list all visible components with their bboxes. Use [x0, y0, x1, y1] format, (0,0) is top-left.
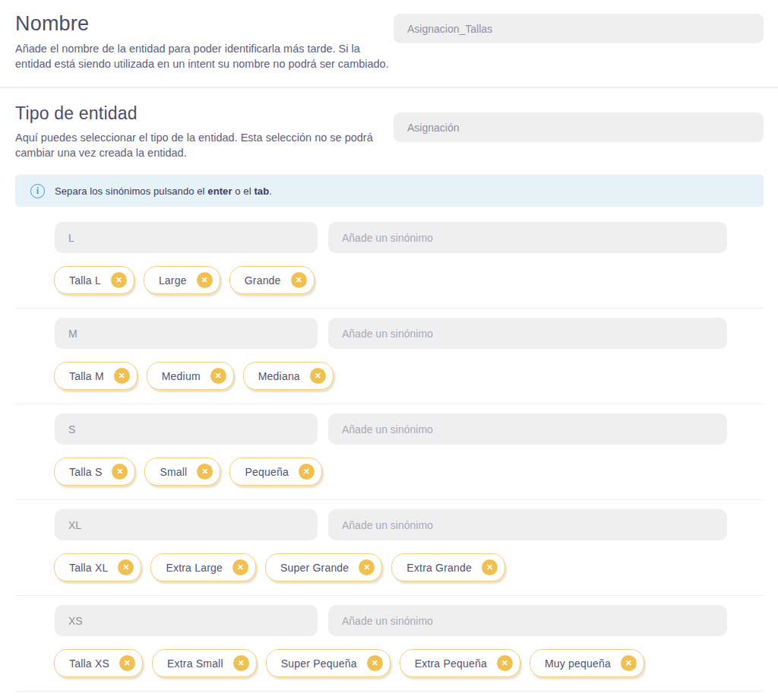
- name-section-description: Añade el nombre de la entidad para poder…: [15, 41, 395, 71]
- synonym-tags: Talla M ✕ Medium ✕ Mediana ✕: [15, 362, 764, 390]
- synonym-tag-label: Talla XL: [69, 562, 108, 574]
- entity-row: Talla S ✕ Small ✕ Pequeña ✕: [15, 404, 764, 500]
- remove-synonym-icon[interactable]: ✕: [112, 464, 128, 480]
- entity-type-input[interactable]: [394, 112, 764, 142]
- synonym-tag-label: Talla M: [69, 370, 104, 382]
- entity-value-input[interactable]: [55, 318, 318, 349]
- remove-synonym-icon[interactable]: ✕: [310, 368, 326, 384]
- info-banner-text: Separa los sinónimos pulsando el enter o…: [55, 185, 272, 197]
- synonym-tag: Small ✕: [144, 458, 220, 486]
- remove-synonym-icon[interactable]: ✕: [114, 368, 130, 384]
- entity-row: Talla M ✕ Medium ✕ Mediana ✕: [15, 309, 764, 404]
- type-section-title: Tipo de entidad: [15, 103, 399, 124]
- row-inputs: [15, 318, 764, 349]
- synonym-tag-label: Super Grande: [280, 562, 349, 574]
- synonym-input[interactable]: [328, 605, 727, 636]
- synonym-tag: Medium ✕: [147, 362, 234, 390]
- synonym-tag: Large ✕: [144, 266, 220, 294]
- entity-value-input[interactable]: [55, 605, 318, 636]
- entity-editor-page: Nombre Añade el nombre de la entidad par…: [0, 0, 778, 700]
- synonym-tag: Super Pequeña ✕: [266, 649, 391, 677]
- synonym-tag-label: Talla L: [69, 274, 101, 287]
- synonym-tag-label: Talla S: [69, 466, 102, 478]
- synonym-tag: Pequeña ✕: [229, 458, 321, 486]
- synonym-tag-label: Large: [159, 274, 187, 287]
- synonym-tag-label: Extra Small: [167, 657, 223, 670]
- remove-synonym-icon[interactable]: ✕: [197, 272, 213, 288]
- remove-synonym-icon[interactable]: ✕: [197, 464, 213, 480]
- info-circle-icon: i: [30, 184, 45, 198]
- synonym-tags: Talla XS ✕ Extra Small ✕ Super Pequeña ✕…: [15, 649, 764, 677]
- name-section: Nombre Añade el nombre de la entidad par…: [0, 0, 778, 78]
- synonym-tag-label: Grande: [245, 274, 281, 287]
- synonym-tag: Talla XL ✕: [54, 553, 141, 581]
- synonym-tag: Talla S ✕: [54, 458, 135, 486]
- synonym-tag-label: Muy pequeña: [545, 657, 611, 670]
- remove-synonym-icon[interactable]: ✕: [210, 368, 226, 384]
- remove-synonym-icon[interactable]: ✕: [482, 559, 498, 575]
- synonym-tag-label: Mediana: [258, 370, 300, 382]
- synonym-tag-label: Extra Pequeña: [415, 657, 487, 670]
- synonym-tags: Talla S ✕ Small ✕ Pequeña ✕: [15, 458, 764, 486]
- synonym-tag-label: Super Pequeña: [281, 657, 357, 670]
- remove-synonym-icon[interactable]: ✕: [497, 655, 513, 671]
- synonym-tag-label: Small: [160, 466, 187, 478]
- synonym-tag: Extra Grande ✕: [391, 553, 505, 581]
- synonym-tag: Extra Large ✕: [150, 553, 256, 581]
- entity-row: Talla XL ✕ Extra Large ✕ Super Grande ✕ …: [15, 500, 764, 596]
- entity-rows: Talla L ✕ Large ✕ Grande ✕ Talla M ✕ Med…: [15, 207, 764, 692]
- synonym-tag-label: Pequeña: [245, 466, 288, 478]
- synonym-tag: Extra Small ✕: [152, 649, 257, 677]
- name-section-title: Nombre: [15, 12, 399, 36]
- synonym-input[interactable]: [328, 318, 727, 349]
- entity-value-input[interactable]: [55, 413, 318, 445]
- synonym-tag-label: Extra Large: [166, 562, 223, 574]
- remove-synonym-icon[interactable]: ✕: [359, 559, 375, 575]
- remove-synonym-icon[interactable]: ✕: [119, 655, 135, 671]
- remove-synonym-icon[interactable]: ✕: [232, 559, 248, 575]
- synonym-tag: Talla L ✕: [54, 266, 134, 294]
- synonym-tag: Super Grande ✕: [265, 553, 382, 581]
- synonym-tag-label: Extra Grande: [406, 562, 472, 574]
- entity-value-input[interactable]: [55, 509, 318, 540]
- synonym-tag: Talla M ✕: [54, 362, 138, 390]
- type-section: Tipo de entidad Aquí puedes seleccionar …: [0, 88, 778, 160]
- entity-row: Talla XS ✕ Extra Small ✕ Super Pequeña ✕…: [15, 596, 764, 692]
- synonym-tags: Talla L ✕ Large ✕ Grande ✕: [15, 266, 764, 294]
- synonym-tags: Talla XL ✕ Extra Large ✕ Super Grande ✕ …: [15, 553, 764, 581]
- synonym-tag-label: Talla XS: [69, 657, 109, 670]
- entity-name-input[interactable]: [394, 14, 764, 43]
- synonym-input[interactable]: [328, 509, 727, 540]
- entity-value-input[interactable]: [55, 222, 318, 253]
- remove-synonym-icon[interactable]: ✕: [118, 559, 134, 575]
- synonym-tag: Mediana ✕: [243, 362, 334, 390]
- synonym-tag: Grande ✕: [229, 266, 315, 294]
- synonym-tag: Muy pequeña ✕: [530, 649, 644, 677]
- entity-row: Talla L ✕ Large ✕ Grande ✕: [15, 207, 764, 309]
- synonyms-info-banner: i Separa los sinónimos pulsando el enter…: [15, 175, 764, 207]
- remove-synonym-icon[interactable]: ✕: [367, 655, 383, 671]
- type-section-info: Tipo de entidad Aquí puedes seleccionar …: [15, 103, 399, 160]
- remove-synonym-icon[interactable]: ✕: [111, 272, 127, 288]
- type-section-description: Aquí puedes seleccionar el tipo de la en…: [15, 130, 395, 160]
- synonym-input[interactable]: [328, 413, 727, 445]
- remove-synonym-icon[interactable]: ✕: [299, 464, 315, 480]
- row-inputs: [15, 222, 764, 253]
- remove-synonym-icon[interactable]: ✕: [621, 655, 637, 671]
- add-row-button[interactable]: + Añade una nueva fila: [0, 692, 778, 700]
- remove-synonym-icon[interactable]: ✕: [233, 655, 249, 671]
- synonym-input[interactable]: [328, 222, 727, 253]
- name-section-info: Nombre Añade el nombre de la entidad par…: [15, 12, 399, 71]
- row-inputs: [15, 509, 764, 540]
- row-inputs: [15, 413, 764, 445]
- row-inputs: [15, 605, 764, 636]
- remove-synonym-icon[interactable]: ✕: [291, 272, 307, 288]
- synonym-tag: Talla XS ✕: [54, 649, 143, 677]
- synonym-tag: Extra Pequeña ✕: [400, 649, 520, 677]
- synonym-tag-label: Medium: [162, 370, 201, 382]
